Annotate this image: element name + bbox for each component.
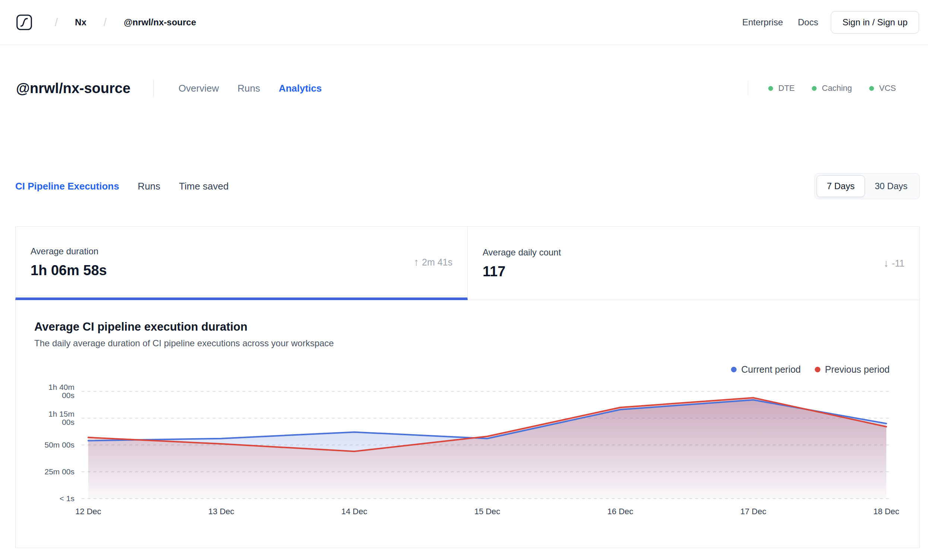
status-dot-icon bbox=[812, 86, 817, 91]
stats-chart-panel: Average duration 1h 06m 58s ↑ 2m 41s Ave… bbox=[15, 226, 920, 548]
enterprise-link[interactable]: Enterprise bbox=[742, 17, 783, 27]
duration-line-chart: 1h 40m00s1h 15m00s50m 00s25m 00s< 1s12 D… bbox=[16, 376, 920, 532]
stat-delta: ↓ -11 bbox=[884, 258, 905, 269]
svg-text:1h 15m00s: 1h 15m00s bbox=[49, 410, 75, 426]
tab-analytics-runs[interactable]: Runs bbox=[138, 181, 160, 192]
docs-link[interactable]: Docs bbox=[798, 17, 818, 27]
legend-current-period[interactable]: Current period bbox=[731, 364, 801, 375]
vertical-divider bbox=[153, 79, 154, 97]
svg-text:13 Dec: 13 Dec bbox=[208, 507, 234, 516]
svg-text:18 Dec: 18 Dec bbox=[873, 507, 899, 516]
breadcrumb-org[interactable]: Nx bbox=[75, 17, 86, 27]
tab-ci-pipeline-executions[interactable]: CI Pipeline Executions bbox=[15, 181, 119, 192]
svg-text:12 Dec: 12 Dec bbox=[75, 507, 101, 516]
analytics-tab-row: CI Pipeline Executions Runs Time saved 7… bbox=[15, 173, 920, 199]
svg-text:50m 00s: 50m 00s bbox=[44, 441, 75, 449]
legend-label: Previous period bbox=[825, 364, 890, 375]
chart-legend: Current period Previous period bbox=[34, 364, 890, 375]
nx-logo-icon bbox=[16, 14, 32, 31]
chart-subtitle: The daily average duration of CI pipelin… bbox=[34, 338, 890, 348]
stat-card-average-daily-count[interactable]: Average daily count 117 ↓ -11 bbox=[468, 226, 920, 300]
tab-runs[interactable]: Runs bbox=[238, 82, 260, 94]
stat-delta-value: -11 bbox=[892, 258, 905, 269]
vertical-divider bbox=[748, 81, 748, 96]
stat-label: Average daily count bbox=[482, 247, 561, 258]
arrow-up-icon: ↑ bbox=[414, 257, 419, 267]
workspace-header: @nrwl/nx-source Overview Runs Analytics … bbox=[16, 76, 920, 100]
svg-text:15 Dec: 15 Dec bbox=[475, 507, 501, 516]
status-dot-icon bbox=[768, 86, 773, 91]
legend-dot-previous-icon bbox=[815, 367, 820, 372]
breadcrumb-separator: / bbox=[55, 16, 58, 29]
stat-label: Average duration bbox=[31, 246, 107, 256]
status-caching: Caching bbox=[812, 83, 852, 93]
legend-previous-period[interactable]: Previous period bbox=[815, 364, 890, 375]
chart-title: Average CI pipeline execution duration bbox=[34, 320, 890, 334]
chart-card: Average CI pipeline execution duration T… bbox=[15, 300, 920, 548]
status-dte: DTE bbox=[768, 83, 795, 93]
date-range-toggle: 7 Days 30 Days bbox=[814, 173, 920, 199]
workspace-status-indicators: DTE Caching VCS bbox=[768, 83, 896, 93]
range-7-days-button[interactable]: 7 Days bbox=[817, 175, 865, 197]
svg-text:16 Dec: 16 Dec bbox=[607, 507, 633, 516]
breadcrumb-repo[interactable]: @nrwl/nx-source bbox=[124, 17, 196, 27]
tab-analytics[interactable]: Analytics bbox=[279, 82, 322, 94]
workspace-title: @nrwl/nx-source bbox=[16, 81, 130, 96]
stat-cards-row: Average duration 1h 06m 58s ↑ 2m 41s Ave… bbox=[15, 226, 920, 300]
status-dot-icon bbox=[869, 86, 874, 91]
arrow-down-icon: ↓ bbox=[884, 258, 889, 269]
stat-card-average-duration[interactable]: Average duration 1h 06m 58s ↑ 2m 41s bbox=[15, 226, 468, 300]
svg-text:1h 40m00s: 1h 40m00s bbox=[49, 383, 75, 400]
svg-text:14 Dec: 14 Dec bbox=[341, 507, 367, 516]
status-label: Caching bbox=[822, 83, 852, 93]
chart-header: Average CI pipeline execution duration T… bbox=[16, 300, 919, 375]
stat-delta-value: 2m 41s bbox=[422, 257, 452, 268]
breadcrumb-separator: / bbox=[104, 16, 107, 29]
stat-card-content: Average duration 1h 06m 58s bbox=[31, 246, 107, 279]
status-label: DTE bbox=[778, 83, 795, 93]
legend-dot-current-icon bbox=[731, 367, 737, 372]
tab-overview[interactable]: Overview bbox=[179, 82, 218, 94]
range-30-days-button[interactable]: 30 Days bbox=[865, 175, 917, 197]
analytics-tabs: CI Pipeline Executions Runs Time saved bbox=[15, 181, 229, 192]
status-vcs: VCS bbox=[869, 83, 896, 93]
svg-text:25m 00s: 25m 00s bbox=[44, 467, 75, 476]
stat-card-content: Average daily count 117 bbox=[482, 247, 561, 280]
workspace-tabs: Overview Runs Analytics bbox=[179, 82, 322, 94]
stat-delta: ↑ 2m 41s bbox=[414, 257, 452, 268]
svg-text:< 1s: < 1s bbox=[60, 494, 75, 503]
nx-logo[interactable] bbox=[16, 14, 32, 31]
legend-label: Current period bbox=[741, 364, 801, 375]
tab-time-saved[interactable]: Time saved bbox=[179, 181, 229, 192]
status-label: VCS bbox=[879, 83, 896, 93]
stat-value: 117 bbox=[482, 264, 561, 280]
sign-in-button[interactable]: Sign in / Sign up bbox=[831, 11, 919, 34]
top-navbar: / Nx / @nrwl/nx-source Enterprise Docs S… bbox=[0, 0, 928, 45]
svg-text:17 Dec: 17 Dec bbox=[740, 507, 766, 516]
stat-value: 1h 06m 58s bbox=[31, 262, 107, 279]
